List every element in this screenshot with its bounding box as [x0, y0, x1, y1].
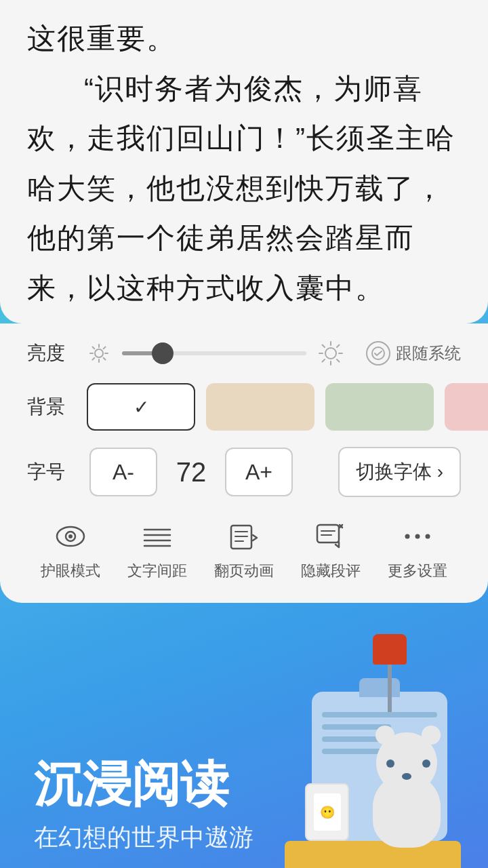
- svg-line-15: [337, 359, 340, 362]
- brightness-row: 亮度: [27, 340, 461, 367]
- svg-point-35: [405, 534, 410, 539]
- svg-point-36: [415, 534, 420, 539]
- follow-system-check-icon: [366, 341, 390, 366]
- tool-page-animation[interactable]: 翻页动画: [214, 519, 274, 581]
- svg-point-9: [325, 348, 336, 359]
- tool-hide-comments[interactable]: 隐藏段评: [301, 519, 361, 581]
- eye-care-label: 护眼模式: [41, 561, 100, 581]
- svg-point-37: [426, 534, 430, 539]
- font-increase-button[interactable]: A+: [225, 448, 293, 496]
- marketing-title: 沉浸阅读: [34, 755, 253, 813]
- marketing-illustration: 😶: [271, 678, 474, 868]
- tools-row: 护眼模式 文字间距: [27, 519, 461, 581]
- bear: [359, 753, 454, 848]
- lamp-stem: [388, 665, 392, 712]
- bear-nose: [402, 773, 411, 780]
- settings-panel: 亮度: [0, 323, 488, 603]
- follow-system-label: 跟随系统: [396, 342, 461, 364]
- text-continuation: 这很重要。: [27, 14, 461, 64]
- reader-panel: 这很重要。 “识时务者为俊杰，为师喜欢，走我们回山门！”长须圣主哈哈大笑，他也没…: [0, 0, 488, 323]
- bear-eye-left: [386, 760, 394, 768]
- brightness-label: 亮度: [27, 340, 76, 366]
- hide-comments-label: 隐藏段评: [301, 561, 361, 581]
- reader-text: 这很重要。 “识时务者为俊杰，为师喜欢，走我们回山门！”长须圣主哈哈大笑，他也没…: [27, 14, 461, 313]
- bg-option-white[interactable]: ✓: [87, 383, 195, 431]
- bg-option-tan[interactable]: [206, 383, 314, 431]
- brightness-slider[interactable]: [122, 351, 306, 355]
- font-size-row: 字号 A- 72 A+ 切换字体 ›: [27, 447, 461, 497]
- slider-thumb[interactable]: [152, 342, 174, 364]
- lamp-shade: [373, 634, 407, 665]
- text-paragraph: “识时务者为俊杰，为师喜欢，走我们回山门！”长须圣主哈哈大笑，他也没想到快万载了…: [27, 64, 461, 313]
- tool-more-settings[interactable]: 更多设置: [388, 519, 447, 581]
- phone-card: 😶: [305, 783, 349, 841]
- font-size-label: 字号: [27, 459, 76, 485]
- more-settings-label: 更多设置: [388, 561, 447, 581]
- svg-line-6: [104, 358, 106, 360]
- clip-line-1: [322, 712, 437, 717]
- background-row: 背景 ✓: [27, 383, 461, 431]
- hide-comments-icon: [313, 519, 348, 554]
- svg-rect-30: [317, 525, 339, 542]
- bg-option-green[interactable]: [325, 383, 434, 431]
- follow-system[interactable]: 跟随系统: [366, 341, 461, 366]
- marketing-subtitle: 在幻想的世界中遨游: [34, 821, 253, 854]
- bear-body: [373, 773, 441, 848]
- lamp-container: [373, 634, 407, 712]
- svg-line-7: [104, 347, 106, 349]
- bg-option-pink[interactable]: [445, 383, 488, 431]
- background-label: 背景: [27, 394, 76, 420]
- svg-line-16: [337, 345, 340, 348]
- text-spacing-icon: [140, 519, 175, 554]
- phone-card-inner: 😶: [314, 793, 341, 831]
- page-animation-icon: [226, 519, 262, 554]
- font-size-value: 72: [171, 457, 211, 488]
- chevron-right-icon: ›: [437, 461, 443, 483]
- svg-line-5: [93, 347, 95, 349]
- bear-eye-right: [422, 760, 430, 768]
- switch-font-button[interactable]: 切换字体 ›: [338, 447, 461, 497]
- marketing-text: 沉浸阅读 在幻想的世界中遨游: [34, 755, 253, 854]
- font-decrease-button[interactable]: A-: [89, 448, 157, 496]
- svg-line-8: [93, 358, 95, 360]
- tool-eye-care[interactable]: 护眼模式: [41, 519, 100, 581]
- eye-care-icon: [53, 519, 88, 554]
- svg-line-14: [323, 345, 325, 348]
- checkmark-icon: ✓: [134, 396, 149, 418]
- brightness-low-icon: [87, 341, 111, 366]
- brightness-high-icon: [317, 340, 344, 367]
- brightness-slider-container: [87, 340, 344, 367]
- svg-line-17: [323, 359, 325, 362]
- svg-point-21: [68, 534, 73, 538]
- svg-point-0: [95, 349, 103, 357]
- page-animation-label: 翻页动画: [214, 561, 274, 581]
- more-settings-icon: [400, 519, 435, 554]
- tool-text-spacing[interactable]: 文字间距: [127, 519, 187, 581]
- text-spacing-label: 文字间距: [127, 561, 187, 581]
- marketing-section: 沉浸阅读 在幻想的世界中遨游 😶: [0, 603, 488, 868]
